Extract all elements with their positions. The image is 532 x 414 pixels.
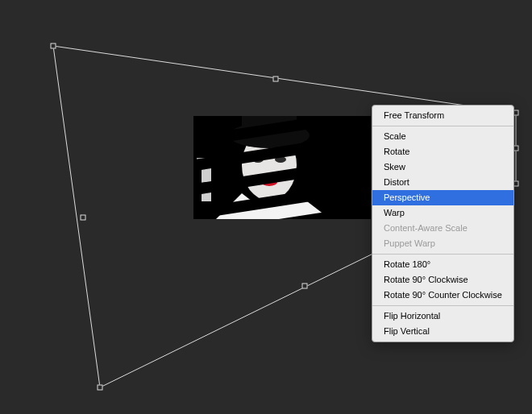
transform-handle-bottom-mid[interactable] [302, 284, 308, 289]
svg-point-7 [275, 156, 286, 163]
menu-item-flip-vertical[interactable]: Flip Vertical [372, 324, 513, 339]
svg-line-14 [169, 185, 379, 217]
svg-line-10 [169, 89, 379, 121]
transform-handle-left-mid[interactable] [81, 215, 86, 221]
menu-item-scale[interactable]: Scale [372, 129, 513, 144]
menu-item-perspective[interactable]: Perspective [372, 190, 513, 205]
svg-point-2 [242, 130, 297, 201]
menu-item-free-transform[interactable]: Free Transform [372, 108, 513, 123]
svg-line-11 [169, 113, 379, 145]
svg-rect-8 [202, 161, 211, 201]
editor-canvas[interactable]: Free TransformScaleRotateSkewDistortPers… [0, 0, 532, 414]
menu-item-flip-horizontal[interactable]: Flip Horizontal [372, 308, 513, 324]
menu-item-rotate-90-clockwise[interactable]: Rotate 90° Clockwise [372, 272, 513, 288]
svg-rect-9 [197, 158, 216, 166]
svg-line-12 [169, 137, 379, 169]
transform-context-menu[interactable]: Free TransformScaleRotateSkewDistortPers… [372, 105, 514, 342]
menu-separator [372, 254, 513, 255]
menu-item-skew[interactable]: Skew [372, 159, 513, 175]
svg-point-5 [261, 178, 277, 186]
menu-separator [372, 305, 513, 306]
transform-handle-top-mid[interactable] [273, 77, 279, 82]
menu-item-rotate[interactable]: Rotate [372, 144, 513, 159]
svg-rect-4 [242, 113, 297, 135]
menu-item-puppet-warp: Puppet Warp [372, 236, 513, 251]
transform-handle-bottom-left[interactable] [98, 385, 103, 391]
svg-point-6 [252, 156, 264, 163]
svg-rect-1 [161, 97, 403, 242]
svg-line-13 [169, 161, 379, 193]
menu-item-rotate-180[interactable]: Rotate 180° [372, 257, 513, 272]
transformed-image-content [161, 89, 403, 242]
svg-point-3 [229, 122, 310, 148]
transform-handle-top-left[interactable] [51, 43, 56, 49]
svg-line-15 [169, 209, 379, 242]
menu-separator [372, 126, 513, 126]
menu-item-distort[interactable]: Distort [372, 175, 513, 190]
menu-item-rotate-90-counter-clockwise[interactable]: Rotate 90° Counter Clockwise [372, 288, 513, 303]
menu-item-content-aware-scale: Content-Aware Scale [372, 221, 513, 236]
menu-item-warp[interactable]: Warp [372, 205, 513, 221]
